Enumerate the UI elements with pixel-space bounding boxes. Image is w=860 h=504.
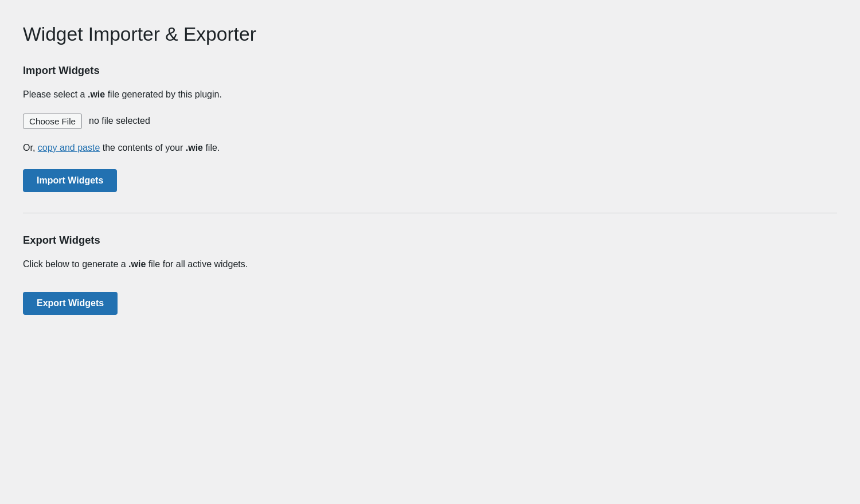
export-widgets-button[interactable]: Export Widgets [23, 292, 118, 315]
export-section-heading: Export Widgets [23, 234, 837, 247]
section-divider [23, 213, 837, 213]
import-section-heading: Import Widgets [23, 64, 837, 77]
or-text: Or, copy and paste the contents of your … [23, 140, 837, 155]
import-description: Please select a .wie file generated by t… [23, 87, 837, 102]
export-section: Export Widgets Click below to generate a… [23, 234, 837, 315]
import-section: Import Widgets Please select a .wie file… [23, 64, 837, 192]
copy-paste-link[interactable]: copy and paste [38, 143, 100, 153]
page-title: Widget Importer & Exporter [23, 23, 837, 46]
file-input-row: Choose File no file selected [23, 114, 837, 129]
choose-file-button[interactable]: Choose File [23, 114, 82, 129]
import-widgets-button[interactable]: Import Widgets [23, 169, 117, 192]
export-description: Click below to generate a .wie file for … [23, 257, 837, 272]
no-file-label: no file selected [89, 116, 150, 126]
